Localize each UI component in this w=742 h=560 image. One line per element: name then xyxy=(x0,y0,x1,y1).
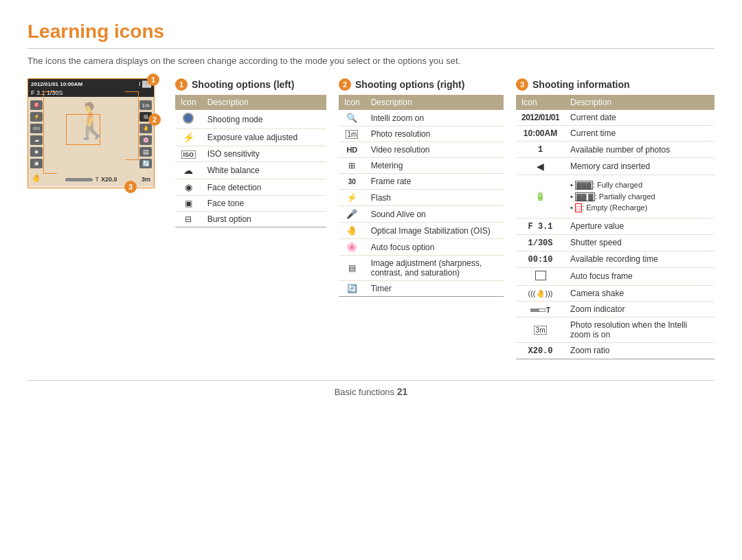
col-left: 1 Shooting options (left) Icon Descripti… xyxy=(175,78,326,359)
s3-icon-shutter: 1/30S xyxy=(516,234,565,251)
table-row: Shooting mode xyxy=(175,110,326,129)
s1-desc-6: Burst option xyxy=(202,212,326,227)
s2-desc-4: Frame rate xyxy=(366,174,504,190)
table-row: ▤ Image adjustment (sharpness, contrast,… xyxy=(339,256,504,281)
battery-list-item-3: • □: Empty (Recharge) xyxy=(570,202,709,214)
s2-icon-7: 🤚 xyxy=(339,223,366,239)
cam-right-icon-3: 🤚 xyxy=(139,124,152,133)
table-row: 1 Available number of photos xyxy=(516,142,715,158)
s2-desc-9: Image adjustment (sharpness, contrast, a… xyxy=(366,256,504,281)
s3-num: 3 xyxy=(516,78,528,91)
camera-section: 2012/01/01 10:00AM I ▓▓ F 3.1 1/30S 🎯 ⚡ … xyxy=(27,78,161,359)
s3-icon-num: 1 xyxy=(516,142,565,158)
s1-icon-5: ▣ xyxy=(175,196,202,212)
cam-right-icon-6: 🔄 xyxy=(139,159,152,168)
s3-icon-aperture: F 3.1 xyxy=(516,218,565,234)
cam-right-icon-4: 🌸 xyxy=(139,135,152,145)
table-row: 🔋 • ▓▓▓: Fully charged • ▓▓ ▓: Partially… xyxy=(516,175,715,219)
table-row: 🔍 Intelli zoom on xyxy=(339,110,504,126)
s3-icon-photores: 3m xyxy=(516,317,565,342)
s1-icon-0 xyxy=(175,110,202,129)
s2-icon-col-header: Icon xyxy=(339,95,366,110)
s1-title-block: 1 Shooting options (left) xyxy=(175,78,326,91)
s3-header-row: Icon Description xyxy=(516,95,715,110)
rectime-label: 00:10 xyxy=(528,255,553,265)
s2-icon-6: 🎤 xyxy=(339,206,366,223)
table-row: 🌸 Auto focus option xyxy=(339,239,504,256)
s3-icon-zoomratio: X20.0 xyxy=(516,342,565,359)
s2-desc-5: Flash xyxy=(366,190,504,206)
s1-desc-0: Shooting mode xyxy=(202,110,326,129)
s2-title-block: 2 Shooting options (right) xyxy=(339,78,504,91)
table-row: 🎤 Sound Alive on xyxy=(339,206,504,223)
badge-3: 3 xyxy=(124,181,137,193)
s3-table: Icon Description 2012/01/01 Current date… xyxy=(516,95,715,359)
s1-table: Icon Description Shooting mode ⚡ Exposur… xyxy=(175,95,326,227)
s3-desc-shutter: Shutter speed xyxy=(565,234,715,251)
s3-icon-afframe xyxy=(516,267,565,285)
cam-icon-5: ◉ xyxy=(30,147,43,157)
table-row: 30 Frame rate xyxy=(339,174,504,190)
s1-icon-1: ⚡ xyxy=(175,129,202,146)
main-content: 2012/01/01 10:00AM I ▓▓ F 3.1 1/30S 🎯 ⚡ … xyxy=(27,78,715,359)
table-row: ⊟ Burst option xyxy=(175,212,326,227)
camera-focus-box xyxy=(66,114,100,145)
s2-desc-10: Timer xyxy=(366,281,504,297)
badge-1: 1 xyxy=(147,74,159,86)
date-label: 2012/01/01 xyxy=(521,113,559,122)
zoom-bar: T X20.0 xyxy=(65,176,117,183)
s1-icon-4: ◉ xyxy=(175,179,202,196)
table-row: ◀ Memory card inserted xyxy=(516,158,715,175)
s2-desc-0: Intelli zoom on xyxy=(366,110,504,126)
cam-icon-6: ▣ xyxy=(30,159,43,168)
camera-preview: 2012/01/01 10:00AM I ▓▓ F 3.1 1/30S 🎯 ⚡ … xyxy=(27,78,155,188)
table-row: HD Video resolution xyxy=(339,142,504,158)
photo-res-label: 3m xyxy=(142,176,150,183)
s3-desc-afframe: Auto focus frame xyxy=(565,267,715,285)
cam-right-icon-1: 1m xyxy=(139,100,152,110)
cam-icon-4: ☁ xyxy=(30,135,43,145)
table-row: 🔄 Timer xyxy=(339,281,504,297)
s2-desc-6: Sound Alive on xyxy=(366,206,504,223)
table-row: ☁ White balance xyxy=(175,162,326,179)
cam-right-icon-5: ▤ xyxy=(139,147,152,157)
cam-icon-1: 🎯 xyxy=(30,100,43,110)
table-row: ▣ Face tone xyxy=(175,196,326,212)
table-row: T Zoom indicator xyxy=(516,301,715,317)
camera-aperture: F 3.1 1/30S xyxy=(28,89,154,97)
camera-body: 🎯 ⚡ ISO ☁ ◉ ▣ 🚶 1m xyxy=(28,97,154,186)
badge-2: 2 xyxy=(148,113,161,126)
table-row: 2012/01/01 Current date xyxy=(516,110,715,126)
page-subtitle: The icons the camera displays on the scr… xyxy=(27,56,715,66)
s2-desc-2: Video resolution xyxy=(366,142,504,158)
s3-icon-mem: ◀ xyxy=(516,158,565,175)
s1-icon-2: ISO xyxy=(175,146,202,162)
s1-desc-4: Face detection xyxy=(202,179,326,196)
s3-title: Shooting information xyxy=(532,79,630,90)
table-row: 1m Photo resolution xyxy=(339,126,504,142)
s3-icon-battery: 🔋 xyxy=(516,175,565,219)
table-row: 10:00AM Current time xyxy=(516,126,715,142)
s2-num: 2 xyxy=(339,78,351,91)
s1-desc-1: Exposure value adjusted xyxy=(202,129,326,146)
s3-icon-date: 2012/01/01 xyxy=(516,110,565,126)
s2-icon-8: 🌸 xyxy=(339,239,366,256)
camera-top-bar: 2012/01/01 10:00AM I ▓▓ xyxy=(28,79,154,89)
table-row: F 3.1 Aperture value xyxy=(516,218,715,234)
s3-desc-col-header: Description xyxy=(565,95,715,110)
footer-text: Basic functions xyxy=(335,387,394,397)
s3-desc-time: Current time xyxy=(565,126,715,142)
table-row: 3m Photo resolution when the Intelli zoo… xyxy=(516,317,715,342)
s3-desc-aperture: Aperture value xyxy=(565,218,715,234)
cam-icon-3: ISO xyxy=(30,124,43,133)
num-label: 1 xyxy=(538,145,543,155)
table-row: X20.0 Zoom ratio xyxy=(516,342,715,359)
camera-bottom: 🤚 T X20.0 3m xyxy=(28,174,154,183)
col-right: 3 Shooting information Icon Description … xyxy=(516,78,715,359)
camera-left-icons: 🎯 ⚡ ISO ☁ ◉ ▣ xyxy=(30,100,43,168)
s1-icon-3: ☁ xyxy=(175,162,202,179)
table-row: ⚡ Exposure value adjusted xyxy=(175,129,326,146)
s2-header-row: Icon Description xyxy=(339,95,504,110)
zoomratio-label: X20.0 xyxy=(528,346,553,356)
s3-icon-rectime: 00:10 xyxy=(516,251,565,267)
